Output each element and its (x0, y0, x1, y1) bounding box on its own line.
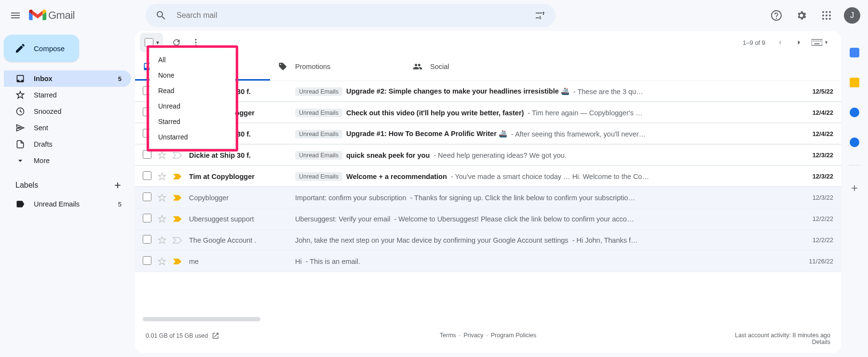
footer: 0.01 GB of 15 GB used Terms · Privacy · … (135, 326, 841, 353)
inbox-icon (15, 74, 25, 83)
star-icon[interactable] (157, 151, 168, 160)
side-panel-divider (849, 165, 860, 165)
compose-button[interactable]: Compose (4, 35, 79, 62)
social-icon (413, 62, 422, 71)
select-dropdown-arrow[interactable]: ▼ (155, 40, 160, 45)
star-icon[interactable] (157, 193, 168, 203)
subject: Check out this video (it'll help you wri… (346, 109, 524, 117)
support-icon[interactable] (765, 4, 788, 27)
select-option-unread[interactable]: Unread (149, 98, 235, 114)
footer-link-terms[interactable]: Terms (440, 332, 456, 339)
email-row[interactable]: Dickie at Ship 30 f. Unread Emails Upgra… (135, 124, 841, 145)
footer-link-program-policies[interactable]: Program Policies (491, 332, 536, 339)
star-icon[interactable] (157, 257, 168, 266)
date: 12/3/22 (795, 151, 833, 159)
settings-icon[interactable] (790, 4, 813, 27)
main-menu-icon[interactable] (4, 4, 27, 27)
svg-point-12 (195, 41, 196, 43)
select-option-starred[interactable]: Starred (149, 114, 235, 129)
details-link[interactable]: Details (812, 339, 830, 345)
email-row[interactable]: Tim at Copyblogger Unread Emails Welcome… (135, 166, 841, 187)
important-icon[interactable] (173, 216, 183, 222)
row-checkbox[interactable] (143, 214, 151, 222)
email-row[interactable]: Ubersuggest support Ubersuggest: Verify … (135, 208, 841, 230)
email-row[interactable]: Tim at Copyblogger Unread Emails Check o… (135, 102, 841, 124)
subject: Important: confirm your subscription (295, 194, 406, 202)
tasks-app-icon[interactable] (844, 102, 865, 123)
add-addon-button[interactable] (844, 178, 865, 198)
email-row[interactable]: Copyblogger Important: confirm your subs… (135, 187, 841, 208)
apps-icon[interactable] (815, 4, 838, 27)
svg-point-8 (826, 18, 827, 20)
subject: Ubersuggest: Verify your email (295, 215, 390, 223)
nav-label: More (34, 157, 50, 165)
open-in-new-icon[interactable] (212, 332, 219, 340)
sidebar-item-drafts[interactable]: Drafts (4, 136, 131, 152)
row-checkbox[interactable] (143, 256, 151, 265)
select-option-read[interactable]: Read (149, 83, 235, 98)
snippet: - Tim here again — Copyblogger's … (528, 109, 642, 117)
search-input[interactable] (173, 11, 529, 20)
search-icon[interactable] (149, 4, 173, 27)
contacts-app-icon[interactable] (844, 132, 865, 152)
svg-point-3 (829, 11, 831, 13)
important-icon[interactable] (173, 173, 183, 180)
row-checkbox[interactable] (143, 235, 151, 244)
sidebar-item-starred[interactable]: Starred (4, 87, 131, 103)
email-row[interactable]: Dickie at Ship 30 f. Unread Emails quick… (135, 145, 841, 166)
account-avatar[interactable]: J (844, 7, 860, 24)
star-icon[interactable] (157, 214, 168, 224)
gmail-logo[interactable]: Gmail (27, 6, 142, 25)
star-icon[interactable] (157, 235, 168, 245)
row-checkbox[interactable] (143, 150, 151, 159)
nav-label: Drafts (34, 140, 53, 148)
email-row[interactable]: The Google Account . John, take the next… (135, 230, 841, 251)
tab-social[interactable]: Social (405, 54, 540, 81)
label-badge: Unread Emails (295, 109, 342, 117)
svg-rect-16 (814, 41, 815, 41)
important-icon[interactable] (173, 152, 183, 159)
important-icon[interactable] (173, 237, 183, 244)
star-icon[interactable] (157, 172, 168, 181)
select-option-none[interactable]: None (149, 68, 235, 83)
send-icon (15, 123, 25, 133)
sidebar-item-more[interactable]: More (4, 152, 131, 169)
select-option-all[interactable]: All (149, 52, 235, 68)
tab-promotions[interactable]: Promotions (270, 54, 405, 81)
search-bar[interactable] (146, 4, 556, 27)
snippet: - Thanks for signing up. Click the link … (410, 194, 635, 202)
input-tools-button[interactable]: ▼ (809, 36, 831, 49)
add-label-button[interactable] (110, 178, 125, 193)
newer-button[interactable] (770, 33, 789, 52)
subject: Welcome + a recommendation (346, 173, 447, 180)
email-row[interactable]: Dickie at Ship 30 f. Unread Emails Upgra… (135, 81, 841, 102)
date: 12/4/22 (795, 130, 833, 137)
sidebar-item-inbox[interactable]: Inbox 5 (4, 70, 131, 87)
svg-rect-15 (813, 41, 814, 41)
important-icon[interactable] (173, 258, 183, 265)
sidebar-item-snoozed[interactable]: Snoozed (4, 103, 131, 120)
footer-link-privacy[interactable]: Privacy (463, 332, 483, 339)
nav-label: Inbox (34, 75, 53, 82)
row-checkbox[interactable] (143, 192, 151, 201)
email-row[interactable]: me Hi - This is an email. 11/26/22 (135, 251, 841, 272)
horizontal-scrollbar-thumb[interactable] (143, 317, 260, 321)
older-button[interactable] (789, 33, 809, 52)
subject: Upgrade #1: How To Become A Prolific Wri… (346, 130, 507, 138)
sidebar-item-sent[interactable]: Sent (4, 120, 131, 136)
nav-count: 5 (118, 75, 122, 82)
important-icon[interactable] (173, 194, 183, 201)
date: 12/2/22 (795, 236, 833, 244)
label-item[interactable]: Unread Emails 5 (4, 196, 131, 212)
svg-rect-19 (820, 41, 821, 41)
select-option-unstarred[interactable]: Unstarred (149, 129, 235, 145)
search-options-icon[interactable] (529, 4, 552, 27)
file-icon (15, 139, 25, 149)
pagination-text: 1–9 of 9 (743, 39, 765, 46)
calendar-app-icon[interactable] (844, 42, 865, 63)
row-checkbox[interactable] (143, 171, 151, 180)
keep-app-icon[interactable] (844, 72, 865, 93)
snippet: - Hi John, Thanks f… (572, 236, 638, 244)
subject: Upgrade #2: Simple changes to make your … (346, 87, 570, 96)
select-all-checkbox[interactable] (145, 38, 153, 47)
